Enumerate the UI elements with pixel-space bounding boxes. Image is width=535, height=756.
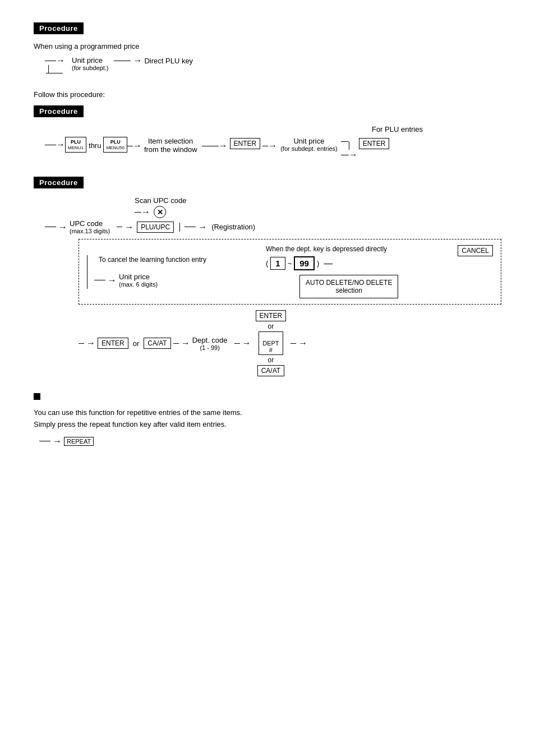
- subdept-entries-label: (for subdept. entries): [280, 145, 338, 152]
- max13-label: (max.13 digits): [70, 228, 110, 234]
- procedure-badge-1: Procedure: [34, 22, 84, 34]
- enter-key-4: ENTER: [256, 310, 287, 321]
- ca-at-key-2: CA/AT: [257, 365, 284, 376]
- procedure-badge-2: Procedure: [34, 105, 84, 117]
- enter-key-1: ENTER: [230, 138, 261, 149]
- ca-at-key-1: CA/AT: [144, 338, 170, 349]
- for-plu-entries-label: For PLU entries: [372, 125, 423, 133]
- num1-box: 1: [270, 257, 285, 270]
- num99-box: 99: [294, 256, 315, 270]
- follow-text: Follow this procedure:: [34, 90, 501, 99]
- item-selection-label: Item selection: [148, 137, 193, 145]
- cancel-key: CANCEL: [458, 245, 493, 256]
- dept-code-label: Dept. code: [192, 336, 228, 344]
- section3: Procedure Scan UPC code → ✕ → UPC code (…: [34, 177, 501, 376]
- or-label-2: or: [268, 322, 274, 330]
- plu-upc-key: PLU/UPC: [137, 222, 174, 233]
- note-section: You can use this function for repetitive…: [34, 393, 501, 446]
- when-dept-label: When the dept. key is depressed directly: [266, 245, 387, 253]
- dept-hash-key: DEPT#: [259, 331, 283, 355]
- direct-plu-label: Direct PLU key: [144, 57, 193, 65]
- prog-price-flow: → Unit price (for subdept.) → Direct PLU…: [45, 55, 501, 73]
- unit-price-3-label: Unit price: [119, 273, 158, 281]
- repeat-key: REPEAT: [64, 437, 94, 446]
- procedure-badge-3: Procedure: [34, 177, 84, 188]
- thru-label: thru: [89, 141, 101, 150]
- plu-menu50-key: PLU MENU50: [103, 137, 127, 153]
- section2: Follow this procedure: Procedure For PLU…: [34, 90, 501, 160]
- upc-code-label: UPC code: [70, 219, 103, 228]
- from-window-label: from the window: [144, 145, 197, 154]
- enter-key-2: ENTER: [359, 138, 390, 149]
- max6-label: (max. 6 digits): [119, 281, 158, 288]
- or-label-3: or: [268, 356, 274, 364]
- or-label-1: or: [133, 339, 140, 348]
- dept-range-label: (1 - 99): [200, 344, 219, 351]
- note-text: You can use this function for repetitive…: [34, 407, 501, 431]
- plu-menu1-key: PLU MENU1: [65, 137, 86, 153]
- unit-price-label: Unit price: [72, 56, 108, 64]
- auto-delete-box: AUTO DELETE/NO DELETE selection: [299, 275, 398, 298]
- scan-symbol: ✕: [154, 206, 166, 218]
- note-icon: [34, 393, 40, 400]
- enter-key-3: ENTER: [98, 338, 128, 349]
- unit-price-2-label: Unit price: [293, 137, 324, 145]
- registration-label: (Registration): [211, 223, 255, 231]
- to-cancel-label: To cancel the learning function entry: [99, 256, 206, 264]
- section1: Procedure When using a programmed price …: [34, 22, 501, 73]
- intro-text: When using a programmed price: [34, 42, 501, 50]
- scan-upc-label: Scan UPC code: [135, 196, 501, 205]
- subdept-label: (for subdept.): [72, 64, 108, 71]
